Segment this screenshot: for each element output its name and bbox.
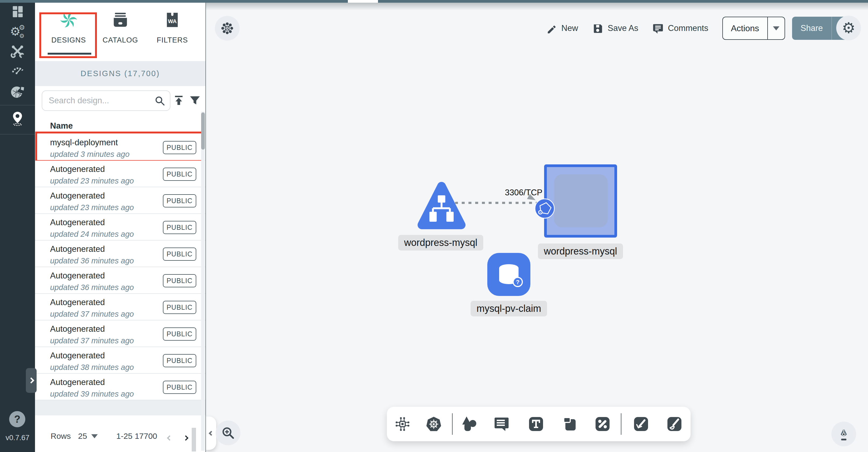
top-bar <box>0 0 868 3</box>
design-list-item[interactable]: Autogenerated updated 38 minutes ago PUB… <box>35 347 206 374</box>
tab-catalog[interactable]: CATALOG <box>99 11 142 44</box>
freehand-draw-tool[interactable] <box>666 415 683 432</box>
design-list-item[interactable]: Autogenerated updated 23 minutes ago PUB… <box>35 187 206 214</box>
sidebar-item-kanvas[interactable] <box>10 111 25 126</box>
node-deployment-wordpress-mysql[interactable] <box>544 164 617 237</box>
database-icon: ? <box>487 253 530 296</box>
sidebar-item-extensions[interactable] <box>10 85 25 100</box>
design-list-item[interactable]: Autogenerated updated 37 minutes ago PUB… <box>35 320 206 347</box>
sidebar-item-lifecycle[interactable]: ⚙⚙⚙ <box>10 25 25 39</box>
design-list-item[interactable]: Autogenerated updated 24 minutes ago PUB… <box>35 214 206 240</box>
service-triangle-icon <box>417 180 466 231</box>
sidebar-expand-button[interactable] <box>26 368 37 393</box>
version-label: v0.7.67 <box>0 434 35 442</box>
panel-collapse-button[interactable] <box>206 417 216 450</box>
rectangle-tool[interactable] <box>562 415 579 432</box>
list-scrollbar-track[interactable] <box>201 112 205 451</box>
chevron-left-icon <box>209 431 214 435</box>
column-header-name: Name <box>50 121 73 131</box>
list-scrollbar-thumb[interactable] <box>201 112 205 150</box>
save-as-button[interactable]: Save As <box>592 23 638 34</box>
pen-nib-icon <box>836 426 851 442</box>
top-drawer-handle[interactable] <box>348 0 378 3</box>
tab-designs[interactable]: DESIGNS <box>47 11 90 44</box>
node-service-wordpress-mysql[interactable] <box>417 180 466 231</box>
design-list-item[interactable]: mysql-deployment updated 3 minutes ago P… <box>35 134 206 161</box>
zoom-in-button[interactable] <box>216 421 241 445</box>
visibility-badge: PUBLIC <box>163 327 196 341</box>
connect-tool[interactable] <box>594 415 611 432</box>
pod-container-shape <box>554 174 608 227</box>
node-label[interactable]: wordpress-mysql <box>398 235 483 251</box>
visibility-badge: PUBLIC <box>163 301 196 314</box>
note-comment-icon <box>493 415 510 432</box>
designs-panel: DESIGNS CATALOG WA FILTERS <box>35 3 206 452</box>
rows-per-page-select[interactable]: 25 <box>78 431 98 441</box>
dashboard-icon <box>10 4 25 19</box>
design-list-item[interactable]: Autogenerated updated 23 minutes ago PUB… <box>35 161 206 187</box>
components-menu-button[interactable] <box>215 16 240 41</box>
design-mode-button[interactable] <box>831 422 856 446</box>
next-page-button[interactable] <box>180 432 191 443</box>
design-canvas[interactable]: New Save As Comments Actions <box>206 3 868 452</box>
tab-filters[interactable]: WA FILTERS <box>151 11 194 44</box>
upload-design-button[interactable] <box>171 93 186 108</box>
panel-tab-bar: DESIGNS CATALOG WA FILTERS <box>35 3 206 61</box>
upload-icon <box>173 94 185 106</box>
kanvas-app: ⚙⚙⚙ <box>0 0 868 452</box>
notes-tool[interactable] <box>493 415 510 432</box>
sidebar-item-configuration[interactable] <box>10 43 25 59</box>
annotate-pen-tool[interactable] <box>632 415 650 432</box>
rectangle-shapes-icon <box>562 415 579 432</box>
gears-icon: ⚙⚙⚙ <box>10 25 25 39</box>
new-button[interactable]: New <box>546 23 578 34</box>
visibility-badge: PUBLIC <box>163 248 196 261</box>
shapes-tool[interactable] <box>461 415 478 432</box>
list-end-gap <box>35 400 206 415</box>
visibility-badge: PUBLIC <box>163 381 196 394</box>
settings-button[interactable]: ⚙ <box>836 15 861 40</box>
topbar-shadow <box>206 3 868 10</box>
pencil-icon <box>546 23 557 34</box>
comments-button[interactable]: Comments <box>652 23 708 34</box>
caret-down-icon <box>773 26 779 30</box>
canvas-toolbar: New Save As Comments Actions <box>546 17 867 40</box>
design-list-item[interactable]: Autogenerated updated 37 minutes ago PUB… <box>35 294 206 320</box>
gauge-icon <box>10 62 25 77</box>
help-icon: ? <box>14 414 20 425</box>
service-edge[interactable] <box>455 202 537 204</box>
filter-designs-button[interactable] <box>187 93 203 108</box>
component-graph-tool[interactable] <box>394 415 411 432</box>
design-list: mysql-deployment updated 3 minutes ago P… <box>35 134 206 400</box>
node-label[interactable]: wordpress-mysql <box>538 244 623 259</box>
sidebar-item-performance[interactable] <box>10 62 25 77</box>
pod-badge[interactable] <box>534 198 555 219</box>
search-box <box>42 90 170 111</box>
node-label[interactable]: mysql-pv-claim <box>471 301 547 316</box>
funnel-icon <box>189 94 201 106</box>
design-list-item[interactable]: Autogenerated updated 36 minutes ago PUB… <box>35 240 206 267</box>
actions-dropdown-button[interactable] <box>768 26 784 30</box>
search-icon[interactable] <box>154 95 165 106</box>
pagination-footer: Rows 25 1-25 17700 <box>35 425 206 448</box>
components-dots-icon <box>220 21 235 36</box>
visibility-badge: PUBLIC <box>163 168 196 181</box>
active-tab-indicator <box>48 53 91 55</box>
page-scrollbar-thumb[interactable] <box>192 428 196 451</box>
sidebar-divider <box>0 105 35 105</box>
dock-divider <box>621 413 621 435</box>
search-input[interactable] <box>49 92 151 110</box>
save-icon <box>592 23 603 34</box>
svg-text:?: ? <box>516 279 519 286</box>
design-list-item[interactable]: Autogenerated updated 36 minutes ago PUB… <box>35 267 206 294</box>
help-button[interactable]: ? <box>9 411 25 427</box>
actions-button[interactable]: Actions <box>722 17 785 40</box>
node-pvc-mysql-pv-claim[interactable]: ? <box>487 253 530 296</box>
text-tool[interactable] <box>527 415 545 432</box>
design-list-item[interactable]: Autogenerated updated 39 minutes ago PUB… <box>35 374 206 400</box>
previous-page-button[interactable] <box>164 432 175 443</box>
wrenches-icon <box>10 43 25 59</box>
kubernetes-tool[interactable] <box>425 415 442 432</box>
sidebar-item-dashboard[interactable] <box>10 4 25 19</box>
component-graph-icon <box>394 415 411 432</box>
